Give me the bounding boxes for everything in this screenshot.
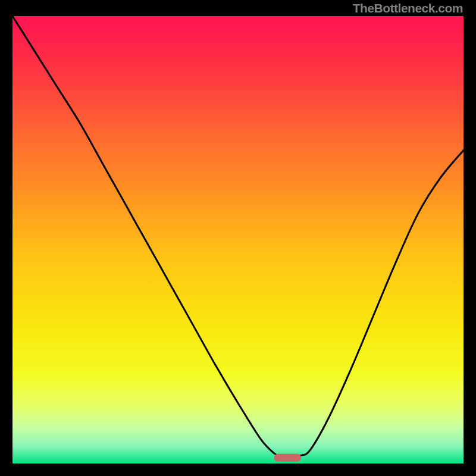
page-source-attribution: TheBottleneck.com [353,1,463,15]
optimal-range-marker [274,454,301,462]
chart-canvas [12,16,464,464]
bottleneck-chart [12,16,464,464]
heat-gradient-background [12,16,464,464]
